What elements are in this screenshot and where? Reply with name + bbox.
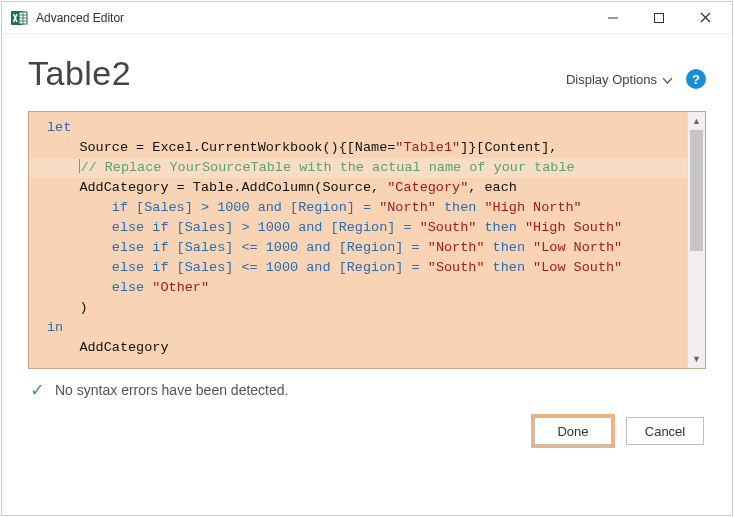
minimize-button[interactable]	[590, 3, 636, 33]
cancel-button[interactable]: Cancel	[626, 417, 704, 445]
check-icon: ✓	[30, 381, 45, 399]
code-editor: let Source = Excel.CurrentWorkbook(){[Na…	[28, 111, 706, 369]
status-text: No syntax errors have been detected.	[55, 382, 288, 398]
scroll-up-button[interactable]: ▲	[688, 112, 705, 130]
maximize-button[interactable]	[636, 3, 682, 33]
header-row: Table2 Display Options ?	[28, 54, 706, 93]
help-icon[interactable]: ?	[686, 69, 706, 89]
scroll-thumb[interactable]	[690, 130, 703, 251]
scroll-track[interactable]	[688, 130, 705, 350]
dialog-buttons: Done Cancel	[28, 399, 706, 445]
titlebar: Advanced Editor	[2, 2, 732, 34]
close-button[interactable]	[682, 3, 728, 33]
window-title: Advanced Editor	[36, 11, 124, 25]
svg-rect-7	[655, 13, 664, 22]
query-name-title: Table2	[28, 54, 131, 93]
display-options-label: Display Options	[566, 72, 657, 87]
excel-icon	[10, 9, 28, 27]
done-button[interactable]: Done	[534, 417, 612, 445]
advanced-editor-window: Advanced Editor Table2 Display Options	[1, 1, 733, 516]
syntax-status: ✓ No syntax errors have been detected.	[28, 369, 706, 399]
display-options-dropdown[interactable]: Display Options	[566, 72, 672, 87]
dialog-content: Table2 Display Options ? let Source = Ex…	[2, 34, 732, 515]
window-controls	[590, 3, 728, 33]
vertical-scrollbar[interactable]: ▲ ▼	[687, 112, 705, 368]
code-textarea[interactable]: let Source = Excel.CurrentWorkbook(){[Na…	[29, 112, 687, 368]
scroll-down-button[interactable]: ▼	[688, 350, 705, 368]
chevron-down-icon	[663, 72, 672, 87]
